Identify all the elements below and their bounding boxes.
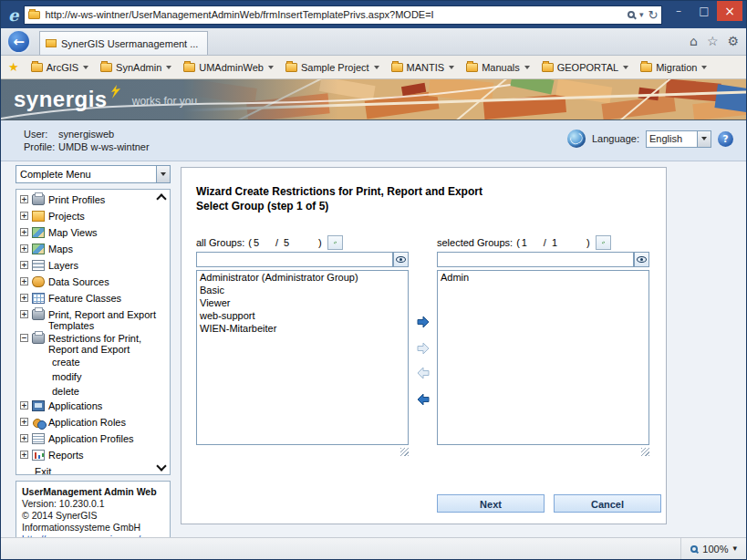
all-groups-filter-input[interactable] [196, 252, 393, 267]
resize-grip[interactable] [641, 448, 649, 456]
settings-gear-icon[interactable]: ⚙ [727, 34, 739, 48]
favbar-item-mantis[interactable]: MANTIS [391, 62, 455, 73]
expand-toggle[interactable]: + [20, 212, 28, 220]
cancel-button[interactable]: Cancel [554, 494, 661, 513]
expand-toggle[interactable]: + [20, 195, 28, 203]
resize-grip[interactable] [400, 448, 409, 456]
zoom-control[interactable]: 100% ▾ [680, 538, 746, 559]
sidebar-item-create[interactable]: create [19, 355, 168, 369]
synergis-logo: synergis [14, 88, 108, 111]
next-button[interactable]: Next [437, 494, 545, 513]
sidebar-item-restrictions[interactable]: −Restrictions for Print, Report and Expo… [19, 331, 168, 355]
language-dropdown[interactable]: English [646, 130, 711, 148]
search-dropdown-caret-icon[interactable]: ▾ [639, 11, 644, 19]
ie-logo-icon: e [8, 5, 18, 25]
scroll-down-icon[interactable] [156, 462, 166, 471]
database-icon [32, 276, 45, 287]
favbar-item-migration[interactable]: Migration [640, 62, 707, 73]
apply-filter-right-button[interactable] [634, 252, 649, 267]
dropdown-button-icon [156, 166, 170, 182]
back-button[interactable]: ← [6, 29, 31, 54]
user-label: User: [24, 128, 58, 140]
search-icon[interactable] [628, 11, 635, 18]
move-left-button[interactable] [414, 391, 432, 408]
help-icon[interactable]: ? [718, 131, 733, 147]
list-item[interactable]: WIEN-Mitarbeiter [197, 322, 408, 335]
expand-toggle[interactable]: + [20, 451, 28, 459]
expand-toggle[interactable]: + [20, 310, 28, 318]
map-icon [32, 227, 45, 238]
move-right-button[interactable] [414, 314, 432, 330]
all-groups-total: 5 [284, 237, 306, 248]
close-button[interactable]: × [717, 1, 742, 21]
list-item[interactable]: Administrator (Administrator Group) [197, 271, 408, 284]
expand-toggle[interactable]: + [20, 261, 28, 269]
folder-icon [466, 63, 478, 72]
home-icon[interactable]: ⌂ [690, 34, 698, 48]
navigation-tree: +Print Profiles +Projects +Map Views +Ma… [16, 189, 171, 475]
expand-toggle[interactable]: + [20, 244, 28, 253]
menu-dropdown[interactable]: Complete Menu [16, 165, 171, 183]
printer-icon [32, 194, 45, 205]
list-item[interactable]: Admin [438, 271, 648, 284]
browser-tab[interactable]: SynerGIS Usermanagement ... [39, 31, 208, 55]
minimize-button[interactable]: – [666, 1, 691, 21]
wizard-title: Wizard Create Restrictions for Print, Re… [196, 184, 482, 199]
maximize-button[interactable]: □ [691, 1, 717, 21]
move-right-disabled-button[interactable] [414, 340, 432, 357]
sidebar-item-projects[interactable]: +Projects [19, 209, 168, 225]
sidebar-item-application-profiles[interactable]: +Application Profiles [19, 431, 168, 448]
selected-groups-listbox: Admin [437, 270, 649, 445]
sidebar-item-layers[interactable]: +Layers [19, 258, 168, 275]
sidebar-item-applications[interactable]: +Applications [19, 399, 168, 415]
sidebar-item-maps[interactable]: +Maps [19, 242, 168, 258]
tab-title: SynerGIS Usermanagement ... [61, 38, 198, 49]
expand-toggle[interactable]: + [20, 228, 28, 236]
dropdown-caret-icon [701, 66, 707, 69]
zoom-level: 100% [702, 544, 728, 555]
favorites-star-icon[interactable]: ★ [8, 60, 19, 74]
language-label: Language: [592, 133, 639, 144]
favorites-icon[interactable]: ☆ [707, 34, 719, 48]
profile-icon [32, 433, 45, 444]
list-item[interactable]: Basic [197, 284, 408, 296]
sidebar-item-print-report-export-templates[interactable]: +Print, Report and Export Templates [19, 307, 168, 331]
favbar-item-manuals[interactable]: Manuals [466, 62, 530, 73]
sidebar-item-data-sources[interactable]: +Data Sources [19, 275, 168, 291]
refresh-all-groups-button[interactable] [327, 235, 343, 250]
sidebar-item-feature-classes[interactable]: +Feature Classes [19, 291, 168, 307]
main-area: Complete Menu +Print Profiles +Projects … [1, 161, 746, 539]
sidebar-item-modify[interactable]: modify [19, 369, 168, 384]
expand-toggle[interactable]: + [20, 294, 28, 302]
collapse-toggle[interactable]: − [20, 334, 28, 342]
favbar-item-arcgis[interactable]: ArcGIS [31, 62, 88, 73]
refresh-selected-groups-button[interactable] [596, 235, 611, 250]
sidebar-item-exit[interactable]: Exit [19, 464, 168, 475]
list-item[interactable]: Viewer [197, 296, 408, 309]
expand-toggle[interactable]: + [20, 434, 28, 442]
list-item[interactable]: web-support [197, 309, 408, 322]
apply-filter-left-button[interactable] [393, 252, 409, 267]
all-groups-count: 5 [254, 237, 275, 248]
sidebar-item-print-profiles[interactable]: +Print Profiles [19, 192, 168, 209]
header-banner: synergis works for you [1, 79, 746, 120]
sidebar-item-reports[interactable]: +Reports [19, 448, 168, 464]
favbar-item-geoportal[interactable]: GEOPORTAL [542, 62, 628, 73]
selected-groups-filter-input[interactable] [437, 252, 634, 267]
zoom-magnifier-icon [690, 545, 698, 553]
sidebar-item-delete[interactable]: delete [19, 384, 168, 399]
selected-groups-count: 1 [522, 237, 544, 248]
scroll-up-icon[interactable] [156, 193, 166, 202]
favbar-item-umadminweb[interactable]: UMAdminWeb [183, 62, 274, 73]
address-bar[interactable]: http://w-ws-wintner/UserManagementAdminW… [24, 5, 662, 25]
favbar-item-synadmin[interactable]: SynAdmin [100, 62, 171, 73]
sidebar-item-map-views[interactable]: +Map Views [19, 225, 168, 242]
expand-toggle[interactable]: + [20, 401, 28, 410]
sidebar-item-application-roles[interactable]: +Application Roles [19, 415, 168, 431]
arrow-right-icon [417, 316, 430, 328]
favbar-item-sample-project[interactable]: Sample Project [285, 62, 379, 73]
expand-toggle[interactable]: + [20, 418, 28, 426]
expand-toggle[interactable]: + [20, 277, 28, 285]
refresh-icon[interactable]: ↻ [648, 9, 659, 21]
move-left-disabled-button[interactable] [414, 365, 432, 381]
